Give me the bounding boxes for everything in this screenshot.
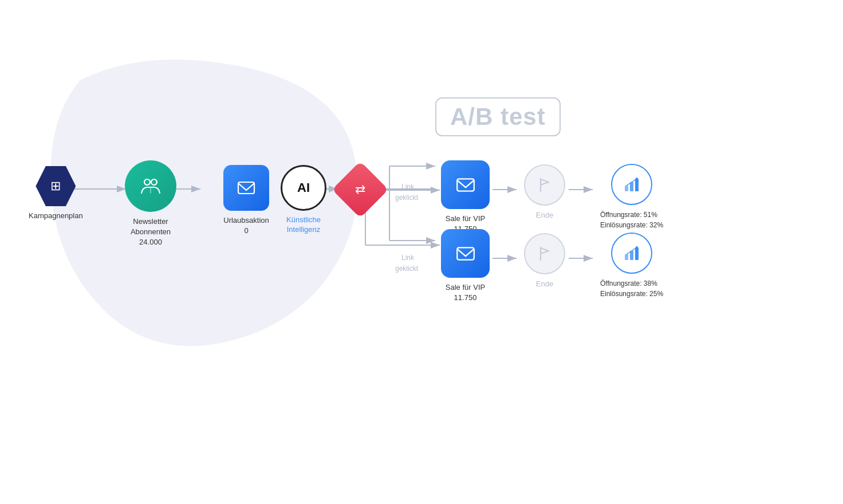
svg-rect-21 <box>625 186 628 191</box>
split-icon: ⇄ <box>332 162 389 218</box>
node-kampagnenplan[interactable]: ⊞ Kampagnenplan <box>29 166 83 221</box>
svg-rect-25 <box>457 247 474 259</box>
kampagnenplan-icon: ⊞ <box>36 166 76 206</box>
svg-rect-14 <box>238 182 254 194</box>
ende-a-label: Ende <box>536 210 553 220</box>
svg-rect-23 <box>635 179 639 191</box>
urlaubsaktion-icon <box>223 165 269 211</box>
node-newsletter[interactable]: NewsletterAbonnenten24.000 <box>125 160 176 248</box>
svg-rect-31 <box>625 254 628 260</box>
kampagnenplan-label: Kampagnenplan <box>29 211 83 221</box>
chart-b-icon <box>623 244 641 262</box>
node-split[interactable]: ⇄ <box>340 170 380 210</box>
newsletter-icon <box>125 160 176 212</box>
node-stats-b[interactable]: Öffnungsrate: 38%Einlösungsrate: 25% <box>600 233 663 299</box>
ai-text: AI <box>297 180 310 195</box>
svg-rect-32 <box>630 251 633 260</box>
email-icon <box>236 178 257 198</box>
arrow-b1 <box>493 253 521 263</box>
svg-rect-15 <box>457 179 474 191</box>
ende-b-icon <box>524 233 565 274</box>
email-a-icon <box>441 160 490 209</box>
email-b-envelope-icon <box>455 243 476 265</box>
ab-test-box: A/B test <box>435 97 561 136</box>
email-b-icon <box>441 229 490 278</box>
node-ende-a[interactable]: Ende <box>524 164 565 220</box>
svg-point-13 <box>151 179 157 185</box>
urlaubsaktion-label: Urlaubsaktion0 <box>223 215 269 236</box>
node-urlaubsaktion[interactable]: Urlaubsaktion0 <box>223 165 269 236</box>
stats-b-label: Öffnungsrate: 38%Einlösungsrate: 25% <box>600 278 663 299</box>
branch-a-trigger: Linkgeklickt <box>395 181 420 202</box>
node-email-a[interactable]: Sale für VIP11.750 <box>441 160 490 234</box>
node-stats-a[interactable]: Öffnungsrate: 51%Einlösungsrate: 32% <box>600 164 663 230</box>
stats-b-icon <box>611 233 652 274</box>
node-ende-b[interactable]: Ende <box>524 233 565 289</box>
node-ai[interactable]: AI KünstlicheIntelligenz <box>281 165 326 235</box>
branch-b-trigger: Linkgeklickt <box>395 252 420 273</box>
newsletter-label: NewsletterAbonnenten24.000 <box>131 216 171 248</box>
branch-b-trigger-label: Linkgeklickt <box>395 254 418 273</box>
ende-a-icon <box>524 164 565 206</box>
stats-a-icon <box>611 164 652 205</box>
svg-point-12 <box>144 179 150 185</box>
people-icon <box>139 175 162 198</box>
branch-a-trigger-label: Linkgeklickt <box>395 183 418 202</box>
flag-a-icon <box>536 176 553 194</box>
arrow-a2 <box>569 184 597 195</box>
arrow-a1 <box>493 184 521 195</box>
flag-b-icon <box>536 245 553 262</box>
arrow-b2 <box>569 253 597 263</box>
blob-background <box>34 34 378 367</box>
svg-rect-33 <box>635 247 639 260</box>
ab-test-label: A/B test <box>450 103 546 130</box>
ai-icon: AI <box>281 165 326 211</box>
chart-a-icon <box>623 175 641 194</box>
svg-point-24 <box>636 178 638 180</box>
node-email-b[interactable]: Sale für VIP11.750 <box>441 229 490 303</box>
ai-label: KünstlicheIntelligenz <box>286 215 321 235</box>
ende-b-label: Ende <box>536 279 553 289</box>
svg-point-34 <box>636 246 638 249</box>
email-a-envelope-icon <box>455 174 476 196</box>
email-b-label: Sale für VIP11.750 <box>446 282 485 303</box>
svg-rect-22 <box>630 182 633 191</box>
stats-a-label: Öffnungsrate: 51%Einlösungsrate: 32% <box>600 210 663 230</box>
